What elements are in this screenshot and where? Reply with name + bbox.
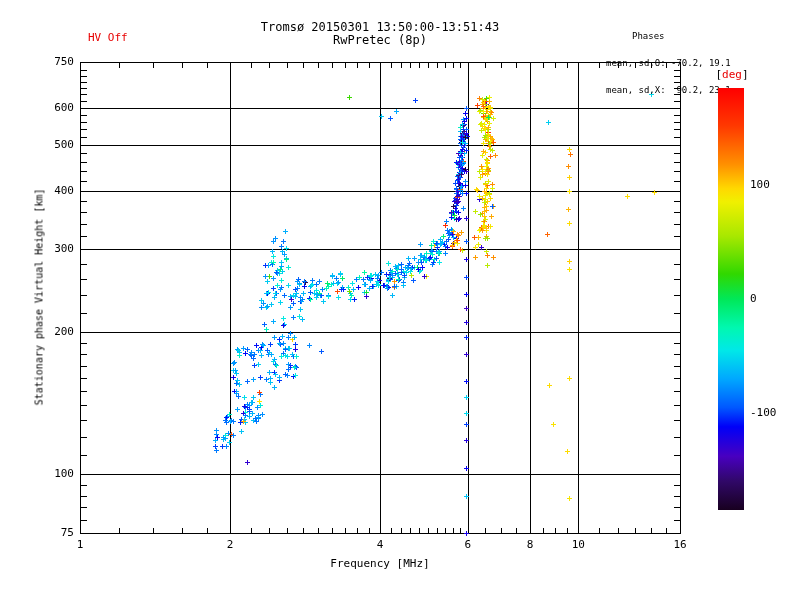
chart-subtitle: RwPretec (8p) (80, 34, 680, 47)
chart-title-block: Tromsø 20150301 13:50:00-13:51:43 RwPret… (80, 21, 680, 47)
colorbar-label-unit: deg (722, 68, 742, 81)
phases-summary-title: Phases (632, 32, 776, 41)
phases-mean-x: mean, sd,X: 90.2, 23.1 (606, 86, 776, 95)
colorbar-label-close-bracket: ] (742, 68, 749, 81)
phases-mean-o: mean, sd,O: -70.2, 19.1 (606, 59, 776, 68)
ionogram-figure: HV Off Tromsø 20150301 13:50:00-13:51:43… (0, 0, 800, 600)
colorbar (718, 88, 744, 510)
colorbar-unit-label: [deg] (712, 68, 752, 81)
y-axis-title: Stationary phase Virtual Height [km] (34, 189, 45, 406)
phases-summary: Phases mean, sd,O: -70.2, 19.1 mean, sd,… (606, 14, 776, 113)
x-axis-title: Frequency [MHz] (80, 557, 680, 570)
